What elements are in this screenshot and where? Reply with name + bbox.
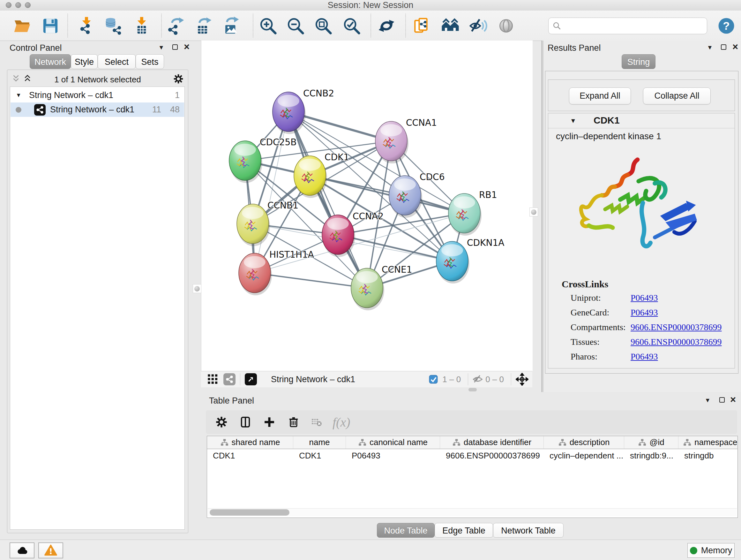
network-node-CCNB2[interactable]: CCNB2 — [273, 88, 334, 134]
export-image-button[interactable] — [220, 15, 241, 37]
export-table-button[interactable] — [193, 15, 214, 37]
network-node-CCNA2[interactable]: CCNA2 — [322, 211, 384, 257]
section-caret-icon[interactable]: ▼ — [570, 117, 576, 125]
pan-crosshair-icon[interactable] — [516, 373, 529, 386]
preview-button[interactable] — [495, 15, 517, 37]
column-header-database-identifier[interactable]: database identifier — [440, 436, 544, 449]
zoom-in-button[interactable] — [258, 15, 279, 37]
right-splitter-handle[interactable] — [529, 207, 538, 216]
tab-string[interactable]: String — [622, 54, 656, 69]
cloud-status-button[interactable] — [10, 543, 35, 558]
network-row-selected[interactable]: String Network – cdk1 11 48 — [10, 103, 184, 117]
table-toolbar: f(x) — [206, 410, 737, 434]
cell-shared-name[interactable]: CDK1 — [207, 449, 293, 462]
memory-button[interactable]: Memory — [687, 543, 735, 558]
hide-panels-button[interactable] — [468, 15, 489, 37]
control-panel-menu-caret-icon[interactable]: ▼ — [158, 44, 164, 51]
import-table-button[interactable] — [131, 15, 152, 37]
network-node-CDK1[interactable]: CDK1 — [294, 152, 349, 198]
protein-section-header[interactable]: ▼ CDK1 — [548, 113, 735, 128]
column-header-canonical-name[interactable]: canonical name — [346, 436, 440, 449]
network-node-CDC6[interactable]: CDC6 — [389, 172, 445, 218]
tab-node-table[interactable]: Node Table — [377, 523, 434, 538]
network-node-CDC25B[interactable]: CDC25B — [229, 137, 297, 183]
column-header-shared-name[interactable]: shared name — [207, 436, 293, 449]
network-node-CCNA1[interactable]: CCNA1 — [375, 118, 437, 164]
crosslink-pharos-link[interactable]: P06493 — [630, 352, 658, 362]
cell-description[interactable]: cyclin–dependent ... — [544, 449, 624, 462]
birds-eye-grid-button[interactable] — [207, 373, 219, 385]
open-in-window-button[interactable] — [245, 373, 257, 385]
column-header-id[interactable]: @id — [624, 436, 678, 449]
open-session-button[interactable] — [12, 15, 33, 37]
add-column-icon[interactable] — [263, 415, 276, 429]
crosslink-compartments-link[interactable]: 9606.ENSP00000378699 — [630, 322, 722, 332]
cell-database-identifier[interactable]: 9606.ENSP00000378699 — [440, 449, 544, 462]
column-header-namespace[interactable]: namespace — [678, 436, 738, 449]
cell-canonical-name[interactable]: P06493 — [346, 449, 440, 462]
left-splitter-handle[interactable] — [193, 284, 201, 293]
network-node-CCNB1[interactable]: CCNB1 — [237, 200, 298, 246]
home-button[interactable] — [440, 15, 461, 37]
collapse-all-button[interactable]: Collapse All — [643, 87, 711, 105]
import-network-button[interactable] — [76, 15, 97, 37]
hidden-eye-slash-icon[interactable] — [473, 374, 483, 384]
network-node-RB1[interactable]: RB1 — [448, 190, 497, 236]
import-network-from-database-button[interactable] — [103, 15, 124, 37]
delete-column-trash-icon[interactable] — [287, 416, 300, 428]
crosslink-uniprot-link[interactable]: P06493 — [630, 293, 658, 303]
tab-network[interactable]: Network — [30, 54, 71, 69]
table-horizontal-scrollbar[interactable] — [208, 508, 737, 516]
control-panel-close-button[interactable]: × — [184, 44, 190, 50]
tab-select[interactable]: Select — [98, 54, 136, 69]
edge-CCNB2-HIST1H1A[interactable] — [255, 112, 288, 273]
clone-network-button[interactable] — [411, 15, 432, 37]
results-panel-menu-caret-icon[interactable]: ▼ — [707, 44, 713, 51]
show-columns-icon[interactable] — [239, 415, 252, 429]
export-network-button[interactable] — [165, 15, 186, 37]
table-panel-close-button[interactable]: × — [730, 396, 736, 403]
zoom-fit-button[interactable] — [313, 15, 334, 37]
tab-network-table[interactable]: Network Table — [493, 523, 563, 538]
expand-all-button[interactable]: Expand All — [569, 87, 631, 105]
network-collection-row[interactable]: ▼ String Network – cdk1 1 — [10, 88, 184, 103]
cell-name[interactable]: CDK1 — [293, 449, 346, 462]
network-node-HIST1H1A[interactable]: HIST1H1A — [239, 249, 314, 295]
network-node-CCNE1[interactable]: CCNE1 — [351, 264, 412, 310]
search-field — [548, 17, 707, 34]
help-button[interactable]: ? — [716, 15, 737, 37]
cell-namespace[interactable]: stringdb — [678, 449, 738, 462]
cell-id[interactable]: stringdb:9... — [624, 449, 678, 462]
network-options-gear-icon[interactable] — [173, 73, 184, 84]
horizontal-splitter-handle[interactable] — [468, 388, 477, 391]
save-session-button[interactable] — [40, 15, 61, 37]
table-panel-float-button[interactable] — [719, 397, 725, 402]
tab-style[interactable]: Style — [71, 54, 98, 69]
edge-CCNB2-CCNE1[interactable] — [288, 112, 367, 288]
table-options-gear-icon[interactable] — [215, 415, 228, 429]
crosslink-genecard-link[interactable]: P06493 — [630, 307, 658, 318]
results-panel-float-button[interactable] — [721, 44, 726, 50]
results-panel-close-button[interactable]: × — [732, 44, 738, 50]
zoom-out-button[interactable] — [285, 15, 306, 37]
column-header-description[interactable]: description — [544, 436, 624, 449]
table-row[interactable]: CDK1 CDK1 P06493 9606.ENSP00000378699 cy… — [207, 449, 738, 462]
tab-sets[interactable]: Sets — [136, 54, 164, 69]
open-folder-icon — [13, 17, 31, 35]
column-header-name[interactable]: name — [293, 436, 346, 449]
zoom-selected-button[interactable] — [341, 15, 362, 37]
warnings-button[interactable] — [38, 543, 63, 558]
refresh-button[interactable] — [376, 15, 397, 37]
selected-checkbox-icon[interactable] — [429, 375, 438, 384]
grid-icon — [207, 374, 218, 385]
search-input[interactable] — [563, 19, 702, 32]
network-type-button[interactable] — [223, 373, 235, 385]
table-panel-menu-caret-icon[interactable]: ▼ — [704, 397, 711, 404]
tree-expand-caret-icon[interactable]: ▼ — [10, 92, 21, 99]
tab-edge-table[interactable]: Edge Table — [434, 523, 493, 538]
crosslink-tissues-link[interactable]: 9606.ENSP00000378699 — [630, 337, 722, 347]
network-node-CDKN1A[interactable]: CDKN1A — [436, 238, 504, 284]
control-panel-float-button[interactable] — [172, 44, 178, 50]
network-canvas[interactable]: CCNB2CCNA1CDC25BCDK1CDC6RB1CCNB1CCNA2CDK… — [201, 41, 533, 371]
scrollbar-thumb[interactable] — [210, 509, 289, 516]
